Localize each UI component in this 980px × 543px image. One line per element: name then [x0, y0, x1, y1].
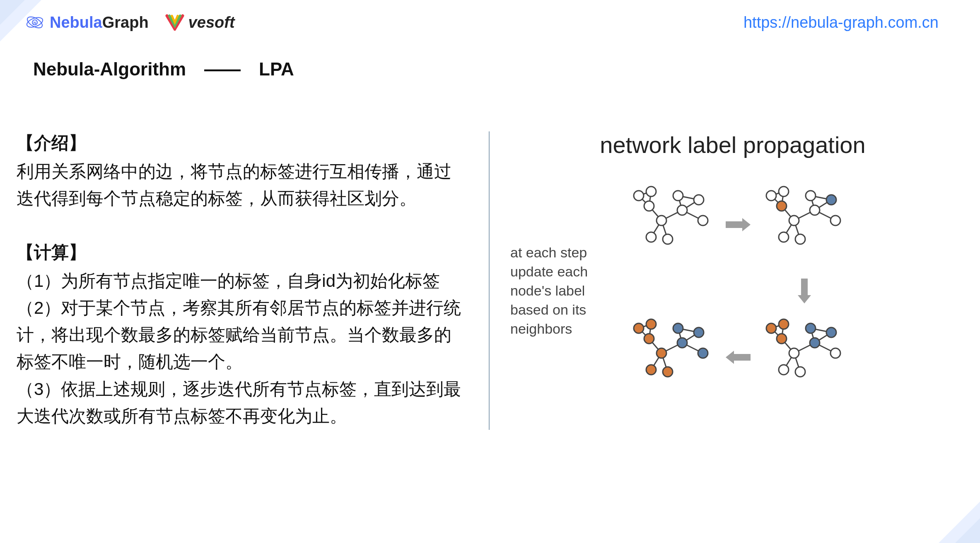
logo-group: N NebulaGraph vesoft [25, 12, 235, 32]
svg-point-63 [677, 338, 687, 348]
svg-point-45 [830, 216, 840, 225]
svg-point-58 [646, 319, 656, 329]
svg-point-44 [826, 195, 836, 205]
caption-line: update each [510, 264, 588, 279]
calc-step-1: （1）为所有节点指定唯一的标签，自身id为初始化标签 [17, 267, 464, 294]
right-column: network label propagation at each step u… [498, 131, 955, 430]
svg-point-82 [779, 365, 789, 375]
svg-point-38 [777, 201, 787, 211]
caption-line: node's label [510, 283, 585, 298]
svg-text:N: N [34, 21, 36, 25]
svg-point-36 [766, 191, 776, 201]
svg-point-19 [646, 232, 656, 242]
svg-point-62 [663, 367, 673, 377]
svg-point-85 [806, 323, 816, 333]
graph-step-1 [626, 183, 717, 266]
arrow-down-icon [796, 276, 813, 305]
svg-point-66 [698, 348, 708, 358]
svg-point-23 [694, 195, 704, 205]
svg-point-59 [644, 334, 654, 344]
diagram-row: at each step update each node's label ba… [510, 179, 955, 403]
caption-line: based on its [510, 302, 586, 318]
corner-decoration-br [922, 485, 980, 543]
caption-line: at each step [510, 245, 587, 260]
intro-body: 利用关系网络中的边，将节点的标签进行互相传播，通过迭代得到每个节点稳定的标签，从… [17, 158, 464, 212]
svg-point-61 [646, 365, 656, 375]
calc-step-3: （3）依据上述规则，逐步迭代所有节点标签，直到达到最大迭代次数或所有节点标签不再… [17, 376, 464, 429]
svg-point-20 [663, 234, 673, 244]
svg-point-21 [677, 205, 687, 215]
calc-heading: 【计算】 [17, 241, 464, 264]
svg-point-78 [766, 323, 776, 333]
svg-point-15 [634, 191, 644, 201]
svg-point-79 [779, 319, 789, 329]
nebula-icon: N [25, 12, 45, 32]
svg-point-37 [779, 187, 789, 196]
calc-step-2: （2）对于某个节点，考察其所有邻居节点的标签并进行统计，将出现个数最多的标签赋给… [17, 294, 464, 375]
intro-heading: 【介绍】 [17, 131, 464, 155]
header: N NebulaGraph vesoft https://nebula-grap… [0, 0, 980, 36]
svg-point-60 [657, 348, 666, 358]
svg-point-40 [779, 232, 789, 242]
svg-point-16 [646, 187, 656, 196]
svg-point-43 [806, 191, 816, 201]
svg-point-22 [673, 191, 683, 201]
svg-point-64 [673, 323, 683, 333]
svg-point-18 [657, 216, 666, 225]
url-link[interactable]: https://nebula-graph.com.cn [743, 14, 939, 32]
svg-point-41 [795, 234, 805, 244]
vertical-divider [489, 131, 490, 430]
arrow-left-icon [724, 349, 753, 366]
vesoft-logo-text: vesoft [188, 14, 235, 32]
vesoft-logo: vesoft [165, 14, 235, 32]
diagram-title: network label propagation [510, 131, 955, 158]
graph-step-4 [626, 316, 717, 399]
svg-point-39 [789, 216, 799, 225]
diagram-caption: at each step update each node's label ba… [510, 243, 610, 338]
svg-point-42 [810, 205, 820, 215]
arrow-right-icon [724, 216, 753, 233]
svg-point-86 [826, 327, 836, 337]
svg-point-83 [795, 367, 805, 377]
svg-point-84 [810, 338, 820, 348]
svg-point-87 [830, 348, 840, 358]
svg-point-17 [644, 201, 654, 211]
svg-point-80 [777, 334, 787, 344]
left-column: 【介绍】 利用关系网络中的边，将节点的标签进行互相传播，通过迭代得到每个节点稳定… [17, 131, 480, 430]
svg-point-24 [698, 216, 708, 225]
nebula-logo-text: NebulaGraph [50, 14, 149, 32]
page-title: Nebula-Algorithm —— LPA [0, 36, 980, 82]
graph-step-3 [759, 316, 850, 399]
svg-point-81 [789, 348, 799, 358]
svg-point-65 [694, 327, 704, 337]
nebula-graph-logo: N NebulaGraph [25, 12, 149, 32]
vesoft-icon [165, 14, 184, 31]
caption-line: neighbors [510, 321, 572, 337]
diagram-grid [626, 179, 955, 403]
svg-point-57 [634, 323, 644, 333]
content: 【介绍】 利用关系网络中的边，将节点的标签进行互相传播，通过迭代得到每个节点稳定… [0, 82, 980, 430]
graph-step-2 [759, 183, 850, 266]
